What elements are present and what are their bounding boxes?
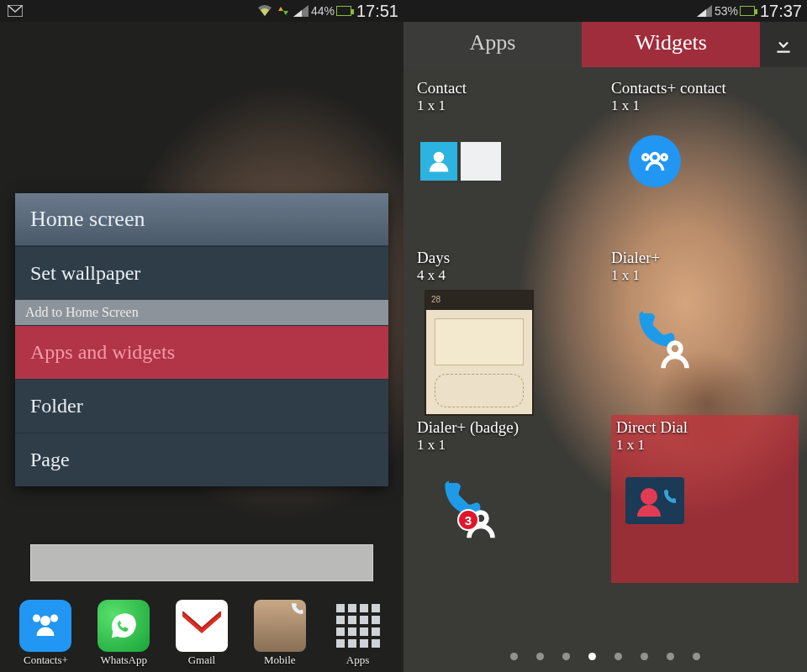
- widget-size: 1 x 1: [417, 437, 604, 454]
- tab-widgets[interactable]: Widgets: [582, 22, 760, 67]
- widget-direct-dial[interactable]: Direct Dial 1 x 1: [611, 415, 799, 583]
- clock: 17:51: [356, 2, 398, 21]
- widget-days[interactable]: Days 4 x 4 28: [417, 249, 604, 417]
- menu-set-wallpaper[interactable]: Set wallpaper: [15, 246, 388, 300]
- signal-icon: [293, 5, 309, 17]
- dock-label: Contacts+: [12, 654, 79, 667]
- widget-preview: 28: [420, 287, 538, 418]
- widget-preview: [614, 121, 695, 202]
- svg-point-4: [434, 152, 445, 163]
- dock-label: Apps: [324, 654, 392, 667]
- widget-size: 1 x 1: [611, 267, 799, 284]
- phone-right: 53% 17:37 Apps Widgets Contact 1 x 1 Con…: [404, 0, 807, 672]
- dock-label: WhatsApp: [90, 654, 157, 667]
- status-bar: 44% 17:51: [0, 0, 404, 22]
- contact-photo-icon: [254, 600, 306, 652]
- download-button[interactable]: [760, 22, 807, 67]
- widget-title: Contacts+ contact: [611, 79, 799, 97]
- widgets-grid: Contact 1 x 1 Contacts+ contact 1 x 1 Da…: [404, 74, 807, 638]
- apps-grid-icon: [332, 600, 384, 652]
- widget-title: Contact: [417, 79, 604, 97]
- menu-apps-widgets[interactable]: Apps and widgets: [15, 325, 388, 379]
- svg-point-2: [33, 615, 40, 622]
- dock-gmail[interactable]: Gmail: [168, 600, 235, 667]
- battery-pct: 44%: [311, 4, 335, 18]
- clock: 17:37: [760, 2, 802, 21]
- widget-size: 4 x 4: [417, 267, 604, 284]
- days-bar: 28: [426, 291, 532, 310]
- battery-icon: [336, 6, 351, 16]
- widget-title: Dialer+ (badge): [417, 418, 604, 437]
- svg-point-7: [662, 155, 667, 160]
- tab-apps[interactable]: Apps: [404, 22, 582, 67]
- gmail-icon: [176, 600, 228, 652]
- widget-preview: [614, 460, 695, 541]
- widget-title: Days: [417, 249, 604, 267]
- dock-label: Gmail: [168, 654, 235, 667]
- drawer-tabs: Apps Widgets: [404, 22, 807, 67]
- battery-icon: [740, 6, 755, 16]
- widget-size: 1 x 1: [611, 97, 799, 114]
- message-icon: [8, 5, 23, 17]
- widget-preview: [420, 460, 501, 541]
- google-search-bar[interactable]: [30, 544, 373, 581]
- data-arrows-icon: [278, 5, 288, 17]
- widget-dialerplus-badge[interactable]: Dialer+ (badge) 1 x 1 3: [417, 418, 604, 586]
- widget-preview: [420, 121, 501, 202]
- dock-whatsapp[interactable]: WhatsApp: [90, 600, 157, 667]
- menu-folder[interactable]: Folder: [15, 379, 388, 433]
- widget-dialerplus[interactable]: Dialer+ 1 x 1: [611, 249, 799, 417]
- contacts-mini-icon: [651, 331, 670, 349]
- widget-size: 1 x 1: [616, 437, 794, 454]
- page-indicator[interactable]: [404, 653, 807, 660]
- svg-point-1: [50, 615, 58, 622]
- widget-contactsplus-contact[interactable]: Contacts+ contact 1 x 1: [611, 79, 799, 247]
- svg-point-5: [651, 154, 659, 162]
- dock-apps[interactable]: Apps: [324, 600, 392, 667]
- widget-title: Direct Dial: [616, 418, 794, 437]
- menu-page[interactable]: Page: [15, 433, 388, 486]
- dock: Contacts+ WhatsApp Gmail Mobile Apps: [0, 591, 404, 672]
- home-context-menu: Home screen Set wallpaper Add to Home Sc…: [15, 193, 388, 486]
- svg-point-10: [641, 488, 657, 505]
- dock-label: Mobile: [246, 654, 314, 667]
- widget-title: Dialer+: [611, 249, 799, 267]
- wifi-icon: [256, 4, 273, 18]
- widget-preview: [614, 291, 695, 371]
- phone-left: 44% 17:51 Home screen Set wallpaper Add …: [0, 0, 404, 672]
- whatsapp-icon: [98, 600, 150, 652]
- widget-contact[interactable]: Contact 1 x 1: [417, 79, 604, 247]
- menu-header: Home screen: [15, 193, 388, 246]
- widget-size: 1 x 1: [417, 97, 604, 114]
- signal-icon: [697, 5, 712, 17]
- dock-mobile[interactable]: Mobile: [246, 600, 314, 667]
- contacts-icon: [19, 600, 71, 652]
- svg-point-8: [669, 343, 681, 354]
- battery-pct: 53%: [715, 4, 738, 18]
- status-bar: 53% 17:37: [404, 0, 807, 22]
- svg-point-6: [643, 155, 648, 160]
- menu-subheader: Add to Home Screen: [15, 300, 388, 325]
- dock-contacts[interactable]: Contacts+: [12, 600, 79, 667]
- badge-count: 3: [457, 509, 479, 531]
